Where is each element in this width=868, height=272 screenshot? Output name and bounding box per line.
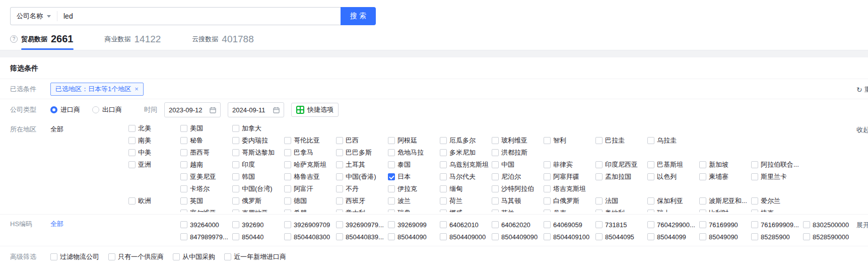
checkbox-icon[interactable] [751, 221, 758, 228]
checkbox-icon[interactable] [751, 210, 758, 212]
tab-trade-data[interactable]: ?贸易数据2661 [10, 33, 76, 50]
advanced-option[interactable]: 从中国采购 [173, 252, 215, 261]
continent-cell[interactable]: 亚洲 [128, 160, 180, 170]
country-option[interactable]: 希腊 [284, 208, 336, 212]
checkbox-icon[interactable] [180, 197, 187, 205]
checkbox-icon[interactable] [180, 125, 187, 132]
hs-code-option[interactable]: 761699909... [751, 220, 803, 230]
country-option[interactable]: 秘鲁 [180, 135, 232, 146]
hs-code-option[interactable]: 8504409000 [440, 232, 492, 242]
checkbox-icon[interactable] [284, 137, 291, 144]
collapse-button[interactable]: 收起 [856, 125, 868, 134]
hs-code-option[interactable]: 847989979... [180, 232, 232, 242]
checkbox-icon[interactable] [595, 210, 603, 212]
checkbox-icon[interactable] [336, 185, 343, 192]
checkbox-icon[interactable] [232, 149, 239, 156]
checkbox-icon[interactable] [180, 210, 187, 212]
expand-button[interactable]: 展开 [856, 221, 868, 230]
checkbox-icon[interactable] [647, 210, 654, 212]
checkbox-icon[interactable] [128, 125, 136, 132]
country-option[interactable]: 荷兰 [440, 196, 492, 206]
reset-button[interactable]: ↻ 重置 [856, 85, 868, 94]
hs-code-option[interactable]: 76169990 [699, 220, 751, 230]
country-option[interactable]: 阿富汗 [284, 184, 336, 194]
checkbox-icon[interactable] [180, 233, 187, 240]
checkbox-icon[interactable] [128, 197, 136, 205]
quick-options-button[interactable]: 快捷选项 [291, 103, 339, 117]
continent-cell[interactable]: 欧洲 [128, 196, 180, 206]
hs-code-option[interactable]: 8504408300 [284, 232, 336, 242]
checkbox-icon[interactable] [544, 161, 551, 168]
country-option[interactable]: 印度尼西亚 [595, 160, 647, 170]
country-option[interactable]: 加拿大 [232, 123, 284, 133]
country-option[interactable]: 阿拉伯联合... [751, 160, 803, 170]
checkbox-icon[interactable] [284, 221, 291, 228]
checkbox-icon[interactable] [388, 210, 395, 212]
checkbox-icon[interactable] [595, 197, 603, 205]
hs-code-option[interactable]: 85049090 [699, 232, 751, 242]
country-option[interactable]: 亚美尼亚 [180, 172, 232, 182]
checkbox-icon[interactable] [388, 197, 395, 205]
search-button[interactable]: 搜 索 [341, 7, 376, 25]
country-option[interactable]: 委内瑞拉 [232, 135, 284, 146]
checkbox-icon[interactable] [284, 149, 291, 156]
date-from-input[interactable]: 2023-09-12 [164, 102, 221, 117]
checkbox-icon[interactable] [803, 233, 810, 240]
country-option[interactable]: 法国 [595, 196, 647, 206]
region-all-button[interactable]: 全部 [50, 123, 128, 134]
search-category-select[interactable]: 公司名称 [11, 8, 57, 25]
checkbox-icon[interactable] [803, 221, 810, 228]
checkbox-icon[interactable] [336, 221, 343, 228]
checkbox-icon[interactable] [440, 185, 447, 192]
country-option[interactable]: 马尔代夫 [440, 172, 492, 182]
checkbox-icon[interactable] [492, 149, 499, 156]
checkbox-icon[interactable] [128, 161, 136, 168]
checkbox-icon[interactable] [440, 173, 447, 180]
checkbox-icon[interactable] [232, 210, 239, 212]
country-option[interactable]: 丹麦 [544, 208, 595, 212]
country-option[interactable]: 缅甸 [440, 184, 492, 194]
country-option[interactable]: 巴拉圭 [595, 135, 647, 146]
checkbox-icon[interactable] [232, 137, 239, 144]
hs-code-option[interactable]: 85044090 [388, 232, 440, 242]
checkbox-icon[interactable] [108, 253, 115, 260]
checkbox-icon[interactable] [544, 173, 551, 180]
checkbox-icon[interactable] [180, 149, 187, 156]
country-option[interactable]: 尼泊尔 [492, 172, 544, 182]
country-option[interactable]: 白俄罗斯 [544, 196, 595, 206]
checkbox-icon[interactable] [595, 221, 603, 228]
checkbox-icon[interactable] [336, 210, 343, 212]
search-input[interactable] [57, 8, 341, 25]
country-option[interactable]: 西班牙 [336, 196, 388, 206]
checkbox-icon[interactable] [440, 233, 447, 240]
checkbox-icon[interactable] [492, 210, 499, 212]
checkbox-icon[interactable] [751, 197, 758, 205]
checkbox-icon[interactable] [699, 221, 706, 228]
checkbox-icon[interactable] [492, 161, 499, 168]
checkbox-icon[interactable] [128, 137, 136, 144]
country-option[interactable]: 洪都拉斯 [492, 148, 544, 158]
checkbox-icon[interactable] [388, 161, 395, 168]
checkbox-icon[interactable] [492, 233, 499, 240]
checkbox-icon[interactable] [180, 137, 187, 144]
checkbox-icon[interactable] [699, 173, 706, 180]
checkbox-icon[interactable] [180, 173, 187, 180]
checkbox-icon[interactable] [647, 233, 654, 240]
checkbox-icon[interactable] [699, 233, 706, 240]
checkbox-icon[interactable] [180, 221, 187, 228]
country-option[interactable]: 哥伦比亚 [284, 135, 336, 146]
hs-code-option[interactable]: 850440839... [336, 232, 388, 242]
country-option[interactable]: 伊拉克 [388, 184, 440, 194]
checkbox-icon[interactable] [336, 149, 343, 156]
country-option[interactable]: 瑞士 [647, 208, 699, 212]
hs-code-option[interactable]: 392690979... [336, 220, 388, 230]
hs-code-option[interactable]: 731815 [595, 220, 647, 230]
hs-all-button[interactable]: 全部 [50, 220, 180, 229]
country-option[interactable]: 韩国 [232, 172, 284, 182]
continent-cell[interactable]: 北美 [128, 123, 180, 133]
checkbox-icon[interactable] [180, 161, 187, 168]
checkbox-icon[interactable] [232, 161, 239, 168]
checkbox-icon[interactable] [492, 185, 499, 192]
checkbox-icon[interactable] [751, 233, 758, 240]
checkbox-icon[interactable] [336, 233, 343, 240]
